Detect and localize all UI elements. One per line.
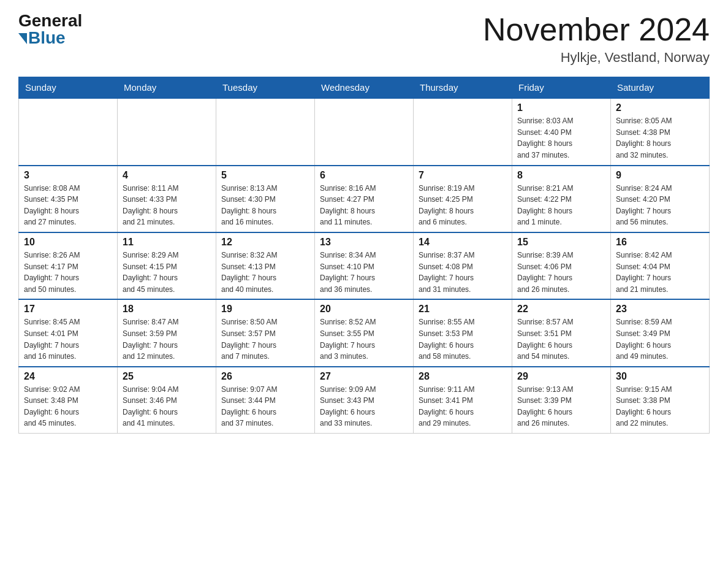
- table-row: 17Sunrise: 8:45 AM Sunset: 4:01 PM Dayli…: [19, 299, 118, 366]
- day-number: 10: [24, 237, 112, 248]
- table-row: 10Sunrise: 8:26 AM Sunset: 4:17 PM Dayli…: [19, 232, 118, 299]
- day-info: Sunrise: 8:34 AM Sunset: 4:10 PM Dayligh…: [320, 250, 408, 295]
- day-number: 20: [320, 304, 408, 315]
- table-row: 25Sunrise: 9:04 AM Sunset: 3:46 PM Dayli…: [118, 367, 216, 434]
- day-number: 22: [517, 304, 605, 315]
- calendar-header-row: Sunday Monday Tuesday Wednesday Thursday…: [19, 77, 710, 99]
- day-number: 1: [517, 102, 605, 113]
- day-info: Sunrise: 9:07 AM Sunset: 3:44 PM Dayligh…: [221, 384, 309, 429]
- col-wednesday: Wednesday: [315, 77, 414, 99]
- day-number: 2: [616, 102, 704, 113]
- day-number: 7: [419, 170, 507, 181]
- table-row: 1Sunrise: 8:03 AM Sunset: 4:40 PM Daylig…: [512, 98, 611, 165]
- logo-blue-text: Blue: [28, 29, 66, 47]
- table-row: [118, 98, 216, 165]
- table-row: 8Sunrise: 8:21 AM Sunset: 4:22 PM Daylig…: [512, 166, 611, 232]
- day-number: 3: [24, 170, 112, 181]
- table-row: 23Sunrise: 8:59 AM Sunset: 3:49 PM Dayli…: [611, 299, 710, 366]
- day-info: Sunrise: 9:13 AM Sunset: 3:39 PM Dayligh…: [517, 384, 605, 429]
- day-info: Sunrise: 8:29 AM Sunset: 4:15 PM Dayligh…: [123, 250, 211, 295]
- day-info: Sunrise: 9:04 AM Sunset: 3:46 PM Dayligh…: [123, 384, 211, 429]
- logo-arrow-icon: [18, 33, 27, 44]
- col-thursday: Thursday: [414, 77, 512, 99]
- day-info: Sunrise: 8:19 AM Sunset: 4:25 PM Dayligh…: [419, 183, 507, 228]
- col-saturday: Saturday: [611, 77, 710, 99]
- col-tuesday: Tuesday: [216, 77, 315, 99]
- day-number: 4: [123, 170, 211, 181]
- calendar-location: Hylkje, Vestland, Norway: [483, 50, 710, 66]
- day-info: Sunrise: 9:15 AM Sunset: 3:38 PM Dayligh…: [616, 384, 704, 429]
- table-row: [315, 98, 414, 165]
- day-info: Sunrise: 8:52 AM Sunset: 3:55 PM Dayligh…: [320, 316, 408, 362]
- day-info: Sunrise: 9:02 AM Sunset: 3:48 PM Dayligh…: [24, 384, 112, 429]
- table-row: 21Sunrise: 8:55 AM Sunset: 3:53 PM Dayli…: [414, 299, 512, 366]
- table-row: 18Sunrise: 8:47 AM Sunset: 3:59 PM Dayli…: [118, 299, 216, 366]
- day-number: 23: [616, 304, 704, 315]
- day-info: Sunrise: 8:26 AM Sunset: 4:17 PM Dayligh…: [24, 250, 112, 295]
- day-info: Sunrise: 8:05 AM Sunset: 4:38 PM Dayligh…: [616, 115, 704, 161]
- calendar-table: Sunday Monday Tuesday Wednesday Thursday…: [18, 77, 710, 434]
- calendar-week-row: 24Sunrise: 9:02 AM Sunset: 3:48 PM Dayli…: [19, 367, 710, 434]
- day-info: Sunrise: 8:24 AM Sunset: 4:20 PM Dayligh…: [616, 183, 704, 228]
- table-row: [414, 98, 512, 165]
- table-row: 20Sunrise: 8:52 AM Sunset: 3:55 PM Dayli…: [315, 299, 414, 366]
- day-number: 21: [419, 304, 507, 315]
- table-row: 7Sunrise: 8:19 AM Sunset: 4:25 PM Daylig…: [414, 166, 512, 232]
- table-row: 6Sunrise: 8:16 AM Sunset: 4:27 PM Daylig…: [315, 166, 414, 232]
- table-row: 26Sunrise: 9:07 AM Sunset: 3:44 PM Dayli…: [216, 367, 315, 434]
- table-row: [216, 98, 315, 165]
- table-row: 13Sunrise: 8:34 AM Sunset: 4:10 PM Dayli…: [315, 232, 414, 299]
- day-number: 13: [320, 237, 408, 248]
- table-row: 30Sunrise: 9:15 AM Sunset: 3:38 PM Dayli…: [611, 367, 710, 434]
- calendar-title-section: November 2024 Hylkje, Vestland, Norway: [483, 12, 710, 66]
- table-row: 12Sunrise: 8:32 AM Sunset: 4:13 PM Dayli…: [216, 232, 315, 299]
- day-number: 28: [419, 371, 507, 382]
- table-row: 15Sunrise: 8:39 AM Sunset: 4:06 PM Dayli…: [512, 232, 611, 299]
- calendar-week-row: 10Sunrise: 8:26 AM Sunset: 4:17 PM Dayli…: [19, 232, 710, 299]
- day-number: 9: [616, 170, 704, 181]
- day-info: Sunrise: 8:11 AM Sunset: 4:33 PM Dayligh…: [123, 183, 211, 228]
- day-info: Sunrise: 8:59 AM Sunset: 3:49 PM Dayligh…: [616, 316, 704, 362]
- day-info: Sunrise: 8:39 AM Sunset: 4:06 PM Dayligh…: [517, 250, 605, 295]
- day-number: 25: [123, 371, 211, 382]
- day-number: 11: [123, 237, 211, 248]
- day-number: 19: [221, 304, 309, 315]
- col-monday: Monday: [118, 77, 216, 99]
- table-row: 22Sunrise: 8:57 AM Sunset: 3:51 PM Dayli…: [512, 299, 611, 366]
- day-info: Sunrise: 8:08 AM Sunset: 4:35 PM Dayligh…: [24, 183, 112, 228]
- day-number: 15: [517, 237, 605, 248]
- table-row: 2Sunrise: 8:05 AM Sunset: 4:38 PM Daylig…: [611, 98, 710, 165]
- day-number: 16: [616, 237, 704, 248]
- day-info: Sunrise: 8:16 AM Sunset: 4:27 PM Dayligh…: [320, 183, 408, 228]
- day-info: Sunrise: 8:37 AM Sunset: 4:08 PM Dayligh…: [419, 250, 507, 295]
- day-number: 26: [221, 371, 309, 382]
- logo-general-text: General: [18, 12, 82, 29]
- day-number: 14: [419, 237, 507, 248]
- table-row: 14Sunrise: 8:37 AM Sunset: 4:08 PM Dayli…: [414, 232, 512, 299]
- col-sunday: Sunday: [19, 77, 118, 99]
- col-friday: Friday: [512, 77, 611, 99]
- day-info: Sunrise: 8:57 AM Sunset: 3:51 PM Dayligh…: [517, 316, 605, 362]
- table-row: 24Sunrise: 9:02 AM Sunset: 3:48 PM Dayli…: [19, 367, 118, 434]
- table-row: 19Sunrise: 8:50 AM Sunset: 3:57 PM Dayli…: [216, 299, 315, 366]
- day-number: 27: [320, 371, 408, 382]
- table-row: 4Sunrise: 8:11 AM Sunset: 4:33 PM Daylig…: [118, 166, 216, 232]
- day-info: Sunrise: 8:13 AM Sunset: 4:30 PM Dayligh…: [221, 183, 309, 228]
- page-header: General Blue November 2024 Hylkje, Vestl…: [18, 12, 710, 66]
- day-number: 29: [517, 371, 605, 382]
- day-info: Sunrise: 8:32 AM Sunset: 4:13 PM Dayligh…: [221, 250, 309, 295]
- calendar-week-row: 3Sunrise: 8:08 AM Sunset: 4:35 PM Daylig…: [19, 166, 710, 232]
- calendar-month-year: November 2024: [483, 12, 710, 47]
- table-row: 28Sunrise: 9:11 AM Sunset: 3:41 PM Dayli…: [414, 367, 512, 434]
- calendar-week-row: 1Sunrise: 8:03 AM Sunset: 4:40 PM Daylig…: [19, 98, 710, 165]
- day-number: 12: [221, 237, 309, 248]
- logo: General Blue: [18, 12, 82, 47]
- day-number: 24: [24, 371, 112, 382]
- table-row: 3Sunrise: 8:08 AM Sunset: 4:35 PM Daylig…: [19, 166, 118, 232]
- day-info: Sunrise: 8:45 AM Sunset: 4:01 PM Dayligh…: [24, 316, 112, 362]
- day-info: Sunrise: 8:21 AM Sunset: 4:22 PM Dayligh…: [517, 183, 605, 228]
- table-row: 5Sunrise: 8:13 AM Sunset: 4:30 PM Daylig…: [216, 166, 315, 232]
- day-info: Sunrise: 8:42 AM Sunset: 4:04 PM Dayligh…: [616, 250, 704, 295]
- table-row: [19, 98, 118, 165]
- day-info: Sunrise: 9:09 AM Sunset: 3:43 PM Dayligh…: [320, 384, 408, 429]
